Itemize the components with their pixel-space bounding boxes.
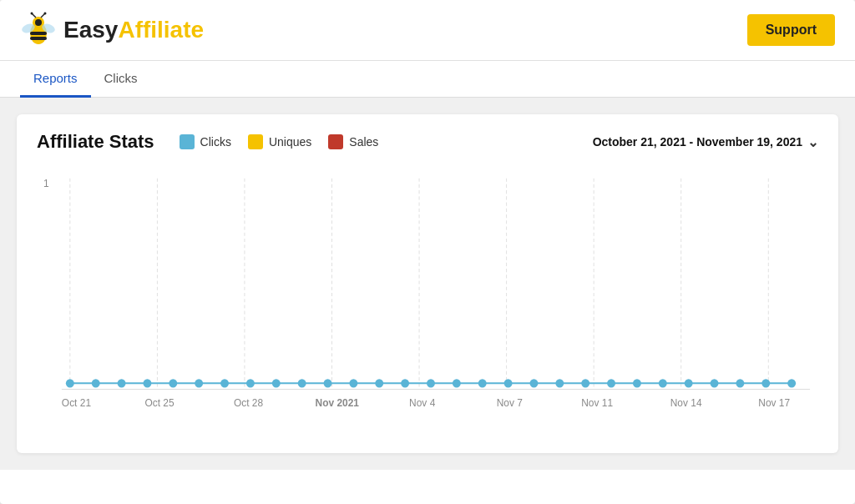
card-title: Affiliate Stats: [37, 131, 154, 153]
legend-clicks-color: [180, 134, 195, 149]
svg-point-45: [685, 379, 693, 387]
support-button[interactable]: Support: [747, 14, 835, 46]
svg-point-49: [787, 379, 796, 387]
bee-icon: [20, 12, 57, 48]
svg-point-37: [478, 379, 487, 387]
svg-point-42: [607, 379, 615, 387]
svg-point-24: [143, 379, 151, 387]
svg-point-22: [92, 379, 100, 387]
logo: EasyAffiliate: [20, 12, 204, 48]
header: EasyAffiliate Support: [0, 0, 855, 61]
svg-point-44: [659, 379, 667, 387]
svg-point-48: [761, 379, 770, 387]
svg-point-46: [711, 379, 719, 387]
svg-point-39: [529, 379, 538, 387]
chart-container: 1: [37, 161, 818, 428]
x-label-nov2021: Nov 2021: [316, 397, 360, 409]
nav-tabs: Reports Clicks: [0, 61, 855, 98]
svg-point-35: [427, 379, 435, 387]
app-window: EasyAffiliate Support Reports Clicks Aff…: [0, 0, 855, 504]
svg-point-10: [44, 13, 47, 15]
legend-sales-color: [328, 134, 343, 149]
svg-point-30: [298, 379, 306, 387]
stats-card: Affiliate Stats Clicks Uniques Sales: [17, 114, 838, 453]
svg-point-43: [633, 379, 641, 387]
svg-point-47: [736, 379, 744, 387]
y-axis-1-label: 1: [43, 178, 49, 189]
x-label-nov17: Nov 17: [758, 397, 790, 409]
chart-svg: 1: [37, 161, 818, 428]
logo-text: EasyAffiliate: [63, 17, 204, 43]
svg-point-21: [66, 379, 74, 387]
svg-point-27: [220, 379, 229, 387]
svg-point-8: [31, 13, 33, 15]
svg-rect-2: [30, 37, 47, 40]
svg-point-36: [453, 379, 461, 387]
tab-clicks[interactable]: Clicks: [91, 61, 151, 98]
legend-uniques-color: [248, 134, 263, 149]
chevron-down-icon: ⌄: [807, 134, 818, 150]
tab-reports[interactable]: Reports: [20, 61, 91, 98]
svg-point-29: [272, 379, 281, 387]
card-header: Affiliate Stats Clicks Uniques Sales: [37, 131, 818, 153]
x-label-nov7: Nov 7: [497, 397, 523, 409]
legend-uniques: Uniques: [248, 134, 311, 149]
x-label-nov4: Nov 4: [409, 397, 435, 409]
x-label-oct25: Oct 25: [144, 397, 174, 409]
x-label-oct21: Oct 21: [62, 397, 91, 409]
legend-clicks: Clicks: [180, 134, 231, 149]
x-label-nov11: Nov 11: [581, 397, 613, 409]
svg-point-25: [169, 379, 177, 387]
svg-point-40: [555, 379, 564, 387]
svg-point-33: [375, 379, 383, 387]
main-content: Affiliate Stats Clicks Uniques Sales: [0, 98, 855, 470]
svg-point-41: [581, 379, 589, 387]
svg-point-38: [504, 379, 513, 387]
svg-rect-1: [30, 32, 47, 35]
x-label-oct28: Oct 28: [234, 397, 263, 409]
date-range-picker[interactable]: October 21, 2021 - November 19, 2021 ⌄: [593, 134, 818, 150]
svg-point-26: [195, 379, 203, 387]
svg-point-32: [349, 379, 357, 387]
x-label-nov14: Nov 14: [670, 397, 702, 409]
svg-point-31: [324, 379, 332, 387]
svg-point-34: [401, 379, 409, 387]
svg-point-23: [118, 379, 126, 387]
legend-sales: Sales: [328, 134, 378, 149]
chart-legend: Clicks Uniques Sales: [180, 134, 593, 149]
svg-point-4: [35, 19, 42, 26]
svg-point-28: [246, 379, 255, 387]
